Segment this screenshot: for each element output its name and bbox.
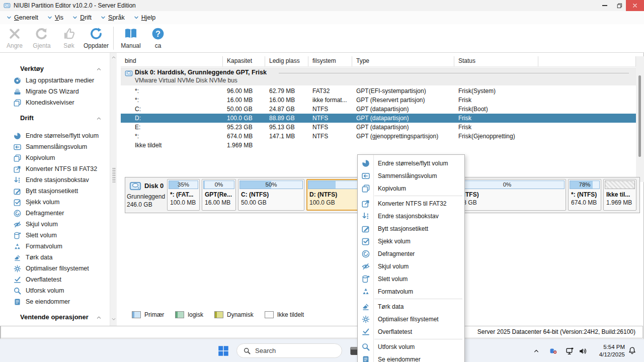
context-menu-item[interactable]: Bytt stasjonsetikett — [358, 222, 464, 235]
sidebar-item[interactable]: Endre størrelse/flytt volum — [0, 130, 110, 141]
context-menu-item[interactable]: Formatvolum — [358, 285, 464, 298]
partition-block[interactable]: Ikke til... 1.969 MB — [603, 179, 636, 211]
sidebar-scrollbar[interactable] — [110, 53, 117, 326]
column-header[interactable]: Type — [352, 56, 454, 66]
sidebar-item-label: Slett volum — [26, 232, 57, 239]
sidebar-item[interactable]: Konverter NTFS til FAT32 — [0, 163, 110, 174]
toolbar-button[interactable]: Gjenta — [28, 27, 55, 49]
sidebar-item[interactable]: Formatvolum — [0, 241, 110, 252]
context-menu-item[interactable]: Utforsk volum — [358, 340, 464, 353]
table-row[interactable]: D: 100.0 GB 88.89 GB NTFS GPT (dataparti… — [121, 114, 636, 123]
sidebar-item[interactable]: Bytt stasjonsetikett — [0, 186, 110, 197]
volume-icon[interactable] — [579, 347, 587, 355]
notification-bell-icon[interactable] — [628, 346, 636, 355]
sidebar-item[interactable]: Defragmenter — [0, 208, 110, 219]
scroll-down-icon[interactable] — [111, 317, 116, 322]
sidebar-item[interactable]: Lag oppstartbare medier — [0, 75, 110, 86]
table-row[interactable]: C: 50.00 GB 24.87 GB NTFS GPT (dataparti… — [121, 105, 636, 114]
context-menu-item[interactable]: Sjekk volum — [358, 235, 464, 247]
toolbar-button[interactable]: Søk — [55, 27, 83, 49]
context-menu-item[interactable]: Endre stasjonsbokstav — [358, 210, 464, 222]
menu-bar-item[interactable]: Språk — [97, 13, 129, 23]
network-icon[interactable] — [566, 347, 574, 355]
menu-bar-item[interactable]: Hjelp — [130, 13, 160, 23]
column-header[interactable]: Status — [454, 56, 538, 66]
restore-button[interactable] — [613, 0, 626, 11]
sidebar-item[interactable]: Sjekk volum — [0, 197, 110, 208]
table-scrollbar[interactable] — [636, 56, 644, 182]
context-menu-item[interactable]: Optimaliser filsystemet — [358, 313, 464, 325]
sidebar-item[interactable]: Tørk data — [0, 252, 110, 263]
column-header[interactable]: filsystem — [308, 56, 352, 66]
taskbar-clock[interactable]: 5:54 PM 4/12/2025 — [590, 343, 625, 358]
table-row[interactable]: *: 674.0 MB 147.1 MB NTFS GPT (gjenoppre… — [121, 132, 636, 141]
sidebar-item[interactable]: Overflatetest — [0, 274, 110, 285]
sidebar-item-label: Endre størrelse/flytt volum — [26, 132, 99, 139]
sidebar-item[interactable]: Slett volum — [0, 230, 110, 241]
toolbar-button[interactable]: Angre — [1, 27, 28, 49]
context-menu-item[interactable]: Tørk data — [358, 300, 464, 313]
sidebar-item[interactable]: Optimaliser filsystemet — [0, 263, 110, 274]
column-header[interactable]: bind — [121, 56, 223, 66]
partition-block[interactable]: 0% E: (NTFS) 95.23 GB — [448, 179, 566, 211]
sidebar-item[interactable]: Se eiendommer — [0, 296, 110, 307]
tray-overflow-icon[interactable] — [533, 348, 539, 354]
context-menu-item[interactable]: Overflatetest — [358, 325, 464, 338]
window-title: NIUBI Partition Editor v10.2.0 - Server … — [14, 2, 136, 9]
cell-bind: C: — [121, 105, 223, 114]
context-menu-item[interactable]: Se eiendommer — [358, 353, 464, 362]
tray-vm-icon[interactable] — [549, 347, 557, 355]
table-row[interactable]: E: 95.23 GB 95.13 GB NTFS GPT (dataparti… — [121, 123, 636, 132]
sidebar-section-pending[interactable]: Ventende operasjoner — [0, 311, 110, 323]
legend-label: Primær — [144, 311, 164, 318]
sidebar-item[interactable]: Skjul volum — [0, 219, 110, 230]
merge-volume-icon — [362, 172, 370, 180]
minimize-button[interactable] — [597, 0, 613, 11]
table-row[interactable]: *: 96.00 MB 62.79 MB FAT32 GPT(EFI-syste… — [121, 86, 636, 96]
toolbar-button[interactable]: Manual — [117, 27, 144, 49]
context-menu-item[interactable]: Defragmenter — [358, 247, 464, 260]
status-bar: Server 2025 Datacenter 64-bit (Version:2… — [1, 326, 643, 338]
scroll-up-icon[interactable] — [111, 55, 116, 60]
column-header[interactable]: Ledig plass — [265, 56, 308, 66]
scrollbar-thumb[interactable] — [112, 167, 116, 183]
partition-block[interactable]: 50% C: (NTFS) 50.00 GB — [238, 179, 304, 211]
context-menu-item[interactable]: Skjul volum — [358, 260, 464, 273]
context-menu-item[interactable]: Konverter NTFS til FAT32 — [358, 197, 464, 210]
sidebar-item[interactable]: Klonediskveiviser — [0, 97, 110, 108]
sidebar-item[interactable]: Kopivolum — [0, 152, 110, 163]
menu-bar-item[interactable]: Generelt — [3, 13, 42, 23]
column-header[interactable] — [538, 56, 636, 66]
sidebar-item[interactable]: Sammenslåingsvolum — [0, 141, 110, 152]
partition-block[interactable]: 0% GPT(Re... 16.00 MB — [202, 179, 236, 211]
partition-size: 1.969 MB — [606, 199, 636, 206]
search-box[interactable]: Search — [236, 343, 342, 358]
sidebar-section-tools[interactable]: Verktøy — [0, 63, 110, 75]
partition-block[interactable]: 78% *: (NTFS) 674.0 MB — [568, 179, 601, 211]
partition-size: 95.23 GB — [451, 199, 566, 206]
partition-block[interactable]: 35% *: (FAT... 100.0 MB — [167, 179, 200, 211]
context-menu-item[interactable]: Slett volum — [358, 273, 464, 285]
start-button-icon[interactable] — [217, 345, 229, 357]
sidebar-item[interactable]: Utforsk volum — [0, 285, 110, 296]
column-header[interactable]: Kapasitet — [223, 56, 265, 66]
close-button[interactable] — [626, 0, 644, 11]
context-menu-item[interactable]: Kopivolum — [358, 182, 464, 195]
toolbar-left-group: Angre Gjenta Søk Oppdater — [1, 27, 110, 49]
os-info-text: Server 2025 Datacenter 64-bit (Version:2… — [477, 328, 635, 335]
chevron-down-icon — [47, 15, 52, 20]
hide-volume-icon — [14, 221, 21, 228]
sidebar-item[interactable]: Migrate OS Wizard — [0, 86, 110, 97]
sidebar-item[interactable]: Endre stasjonsbokstav — [0, 174, 110, 186]
sidebar-section-operations[interactable]: Drift — [0, 112, 110, 124]
table-row[interactable]: Ikke tildelt 1.969 MB — [121, 141, 636, 150]
toolbar-button[interactable]: ca — [144, 27, 172, 49]
cell-free-space — [265, 141, 308, 150]
scrollbar-thumb[interactable] — [638, 75, 641, 157]
table-row[interactable]: *: 16.00 MB 16.00 MB ikke format... GPT … — [121, 96, 636, 105]
menu-bar-item[interactable]: Drift — [68, 13, 96, 23]
toolbar-button[interactable]: Oppdater — [83, 27, 110, 49]
menu-bar-item[interactable]: Vis — [43, 13, 67, 23]
context-menu-item[interactable]: Sammenslåingsvolum — [358, 169, 464, 182]
context-menu-item[interactable]: Endre størrelse/flytt volum — [358, 157, 464, 169]
